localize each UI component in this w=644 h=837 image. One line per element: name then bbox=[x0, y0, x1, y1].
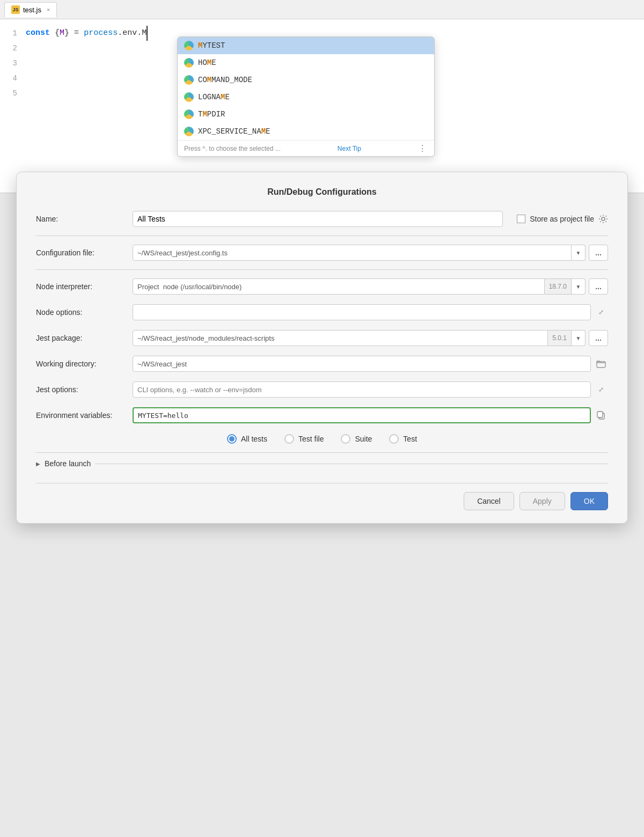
folder-icon bbox=[596, 359, 606, 368]
radio-test-file[interactable]: Test file bbox=[284, 434, 324, 444]
ac-label-tmpdir: TMPDIR bbox=[198, 110, 225, 119]
autocomplete-popup: MYTEST HOME COMMAND_MODE LOGNAME TMPDIR … bbox=[177, 36, 435, 157]
editor-area: JS test.js × 1 2 3 4 5 const {M} = proce… bbox=[0, 0, 644, 193]
node-interpreter-dropdown-button[interactable]: ▼ bbox=[572, 278, 586, 295]
line-number-4: 4 bbox=[0, 71, 17, 86]
gear-icon[interactable] bbox=[598, 214, 608, 224]
footer-next-tip[interactable]: Next Tip bbox=[338, 145, 361, 152]
radio-label-test: Test bbox=[403, 435, 417, 443]
name-divider bbox=[36, 236, 608, 236]
node-interpreter-browse-button[interactable]: ... bbox=[589, 278, 608, 295]
line-number-2: 2 bbox=[0, 41, 17, 56]
working-dir-label: Working directory: bbox=[36, 359, 133, 368]
env-vars-label: Environment variables: bbox=[36, 411, 133, 420]
autocomplete-item-command-mode[interactable]: COMMAND_MODE bbox=[178, 71, 434, 89]
ac-label-logname: LOGNAME bbox=[198, 93, 230, 101]
env-icon-tmpdir bbox=[184, 109, 194, 119]
name-input[interactable] bbox=[133, 211, 503, 227]
apply-button[interactable]: Apply bbox=[519, 492, 565, 510]
copy-icon bbox=[597, 411, 605, 420]
jest-options-expand-button[interactable]: ⤢ bbox=[594, 381, 608, 398]
footer-text: Press ^. to choose the selected ... bbox=[184, 145, 281, 152]
config-file-browse-button[interactable]: ... bbox=[589, 245, 608, 261]
env-vars-control bbox=[133, 407, 608, 423]
before-launch-section: ▶ Before launch bbox=[36, 452, 608, 468]
node-interpreter-input-wrap: 18.7.0 ▼ bbox=[133, 278, 586, 295]
before-launch-divider bbox=[95, 464, 608, 464]
env-vars-row: Environment variables: bbox=[36, 406, 608, 424]
ok-button[interactable]: OK bbox=[570, 492, 608, 510]
node-options-row: Node options: ⤢ bbox=[36, 303, 608, 321]
working-dir-folder-button[interactable] bbox=[594, 356, 608, 372]
operator-eq: = bbox=[74, 26, 79, 41]
tab-bar: JS test.js × bbox=[0, 0, 644, 19]
node-options-expand-button[interactable]: ⤢ bbox=[594, 304, 608, 320]
node-options-control: ⤢ bbox=[133, 304, 608, 320]
jest-package-browse-button[interactable]: ... bbox=[589, 330, 608, 346]
store-as-project-checkbox[interactable] bbox=[517, 215, 525, 223]
radio-suite[interactable]: Suite bbox=[341, 434, 372, 444]
brace-open: { bbox=[55, 26, 60, 41]
dialog-title: Run/Debug Configurations bbox=[36, 187, 608, 197]
ac-highlight-logname-m: M bbox=[221, 93, 225, 101]
working-dir-control bbox=[133, 356, 608, 372]
tab-close-button[interactable]: × bbox=[47, 6, 50, 13]
radio-circle-suite bbox=[341, 434, 350, 444]
radio-label-test-file: Test file bbox=[298, 435, 324, 443]
autocomplete-item-tmpdir[interactable]: TMPDIR bbox=[178, 106, 434, 123]
autocomplete-item-logname[interactable]: LOGNAME bbox=[178, 89, 434, 106]
ac-highlight-command-m: M bbox=[207, 76, 211, 84]
before-launch-label: Before launch bbox=[45, 459, 91, 468]
node-options-label: Node options: bbox=[36, 308, 133, 317]
jest-options-row: Jest options: ⤢ bbox=[36, 380, 608, 399]
env-icon-mytest bbox=[184, 41, 194, 50]
env-icon-command-mode bbox=[184, 75, 194, 85]
jest-package-row: Jest package: 5.0.1 ▼ ... bbox=[36, 329, 608, 347]
radio-circle-test bbox=[389, 434, 399, 444]
ac-highlight-tmpdir-m: M bbox=[202, 110, 207, 119]
dot2: . bbox=[137, 26, 142, 41]
store-project-area: Store as project file bbox=[517, 214, 608, 224]
config-file-control: ▼ ... bbox=[133, 245, 608, 261]
node-interpreter-input[interactable] bbox=[133, 278, 545, 295]
ac-highlight-xpc-m: M bbox=[261, 127, 266, 136]
node-options-input[interactable] bbox=[133, 304, 591, 320]
editor-tab[interactable]: JS test.js × bbox=[4, 2, 57, 17]
autocomplete-item-home[interactable]: HOME bbox=[178, 54, 434, 71]
keyword-const: const bbox=[26, 26, 50, 41]
node-interpreter-control: 18.7.0 ▼ ... bbox=[133, 278, 608, 295]
run-debug-dialog: Run/Debug Configurations Name: Store as … bbox=[16, 172, 628, 524]
env-vars-input[interactable] bbox=[133, 407, 591, 423]
var-m: M bbox=[60, 26, 64, 41]
ac-label-xpc: XPC_SERVICE_NAME bbox=[198, 127, 270, 136]
node-interpreter-label: Node interpreter: bbox=[36, 282, 133, 291]
radio-all-tests[interactable]: All tests bbox=[227, 434, 267, 444]
line-number-1: 1 bbox=[0, 26, 17, 41]
autocomplete-item-xpc[interactable]: XPC_SERVICE_NAME bbox=[178, 123, 434, 140]
footer-dots-icon[interactable]: ⋮ bbox=[418, 143, 428, 153]
dot1: . bbox=[118, 26, 122, 41]
jest-options-input[interactable] bbox=[133, 381, 591, 398]
ac-label-mytest: MYTEST bbox=[198, 41, 225, 50]
working-dir-input[interactable] bbox=[133, 356, 591, 372]
dialog-footer: Cancel Apply OK bbox=[36, 483, 608, 510]
radio-label-all-tests: All tests bbox=[241, 435, 267, 443]
jest-options-control: ⤢ bbox=[133, 381, 608, 398]
autocomplete-footer: Press ^. to choose the selected ... Next… bbox=[178, 140, 434, 156]
svg-point-0 bbox=[602, 217, 605, 221]
autocomplete-item-mytest[interactable]: MYTEST bbox=[178, 37, 434, 54]
env-vars-copy-button[interactable] bbox=[594, 407, 608, 423]
jest-package-input[interactable] bbox=[133, 330, 548, 346]
radio-label-suite: Suite bbox=[355, 435, 372, 443]
cancel-button[interactable]: Cancel bbox=[464, 492, 514, 510]
ac-label-command-mode: COMMAND_MODE bbox=[198, 76, 252, 84]
config-divider bbox=[36, 269, 608, 270]
jest-package-dropdown-button[interactable]: ▼ bbox=[572, 330, 586, 346]
radio-test[interactable]: Test bbox=[389, 434, 417, 444]
line-number-5: 5 bbox=[0, 86, 17, 101]
before-launch-toggle-icon[interactable]: ▶ bbox=[36, 461, 40, 467]
config-file-input-wrap: ▼ bbox=[133, 245, 586, 261]
env-icon-home bbox=[184, 58, 194, 68]
config-file-input[interactable] bbox=[133, 245, 572, 261]
config-file-dropdown-button[interactable]: ▼ bbox=[572, 245, 586, 261]
